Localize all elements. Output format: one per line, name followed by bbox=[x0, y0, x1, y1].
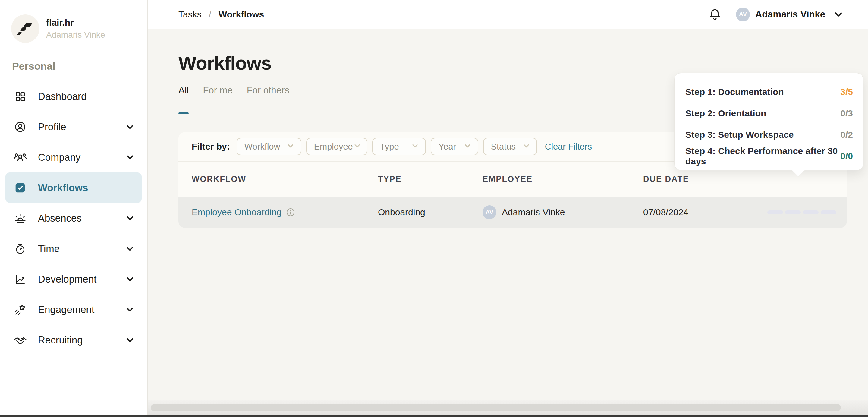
column-header-employee[interactable]: EMPLOYEE bbox=[483, 175, 643, 184]
step-progress-value: 0/3 bbox=[840, 108, 853, 119]
sidebar-section-personal: Personal bbox=[12, 60, 147, 72]
step-label: Step 3: Setup Workspace bbox=[685, 130, 794, 140]
sidebar-item-absences[interactable]: Absences bbox=[5, 203, 142, 233]
step-progress-value: 3/5 bbox=[840, 87, 853, 97]
chevron-down-icon bbox=[353, 142, 361, 151]
sidebar-item-label: Time bbox=[38, 243, 60, 255]
dropdown-value: Employee bbox=[314, 142, 353, 152]
sidebar: flair.hr Adamaris Vinke Personal Dashboa… bbox=[0, 0, 148, 417]
sidebar-item-label: Absences bbox=[38, 213, 82, 224]
chevron-down-icon bbox=[125, 335, 135, 345]
workflow-type: Onboarding bbox=[378, 207, 483, 217]
sidebar-item-label: Engagement bbox=[38, 304, 94, 316]
dropdown-value: Workflow bbox=[244, 142, 280, 152]
step-label: Step 4: Check Performance after 30 days bbox=[685, 146, 840, 167]
employee-filter-dropdown[interactable]: Employee bbox=[306, 138, 367, 155]
tooltip-step-row: Step 1: Documentation 3/5 bbox=[685, 81, 853, 102]
user-avatar[interactable]: AV bbox=[736, 7, 750, 22]
user-name: Adamaris Vinke bbox=[755, 9, 825, 20]
notifications-bell-icon[interactable] bbox=[708, 7, 722, 22]
column-header-type[interactable]: TYPE bbox=[378, 175, 483, 184]
shooting-star-icon bbox=[13, 303, 27, 317]
chevron-down-icon bbox=[463, 142, 472, 151]
progress-segment-4 bbox=[821, 210, 836, 214]
clear-filters-link[interactable]: Clear Filters bbox=[545, 142, 592, 152]
due-date: 07/08/2024 bbox=[643, 207, 767, 217]
flair-logo-glyph bbox=[17, 20, 34, 37]
step-progress-value: 0/0 bbox=[840, 151, 853, 161]
sidebar-item-dashboard[interactable]: Dashboard bbox=[5, 81, 142, 112]
page-title: Workflows bbox=[179, 54, 868, 73]
tab-for-others[interactable]: For others bbox=[247, 85, 289, 114]
status-filter-dropdown[interactable]: Status bbox=[483, 138, 537, 155]
column-header-due-date[interactable]: DUE DATE bbox=[643, 175, 767, 184]
main-area: Tasks / Workflows AV Adamaris Vinke Work… bbox=[148, 0, 868, 417]
workspace-title: flair.hr bbox=[46, 18, 105, 28]
chevron-down-icon bbox=[125, 304, 135, 315]
filter-by-label: Filter by: bbox=[192, 141, 230, 152]
tooltip-step-row: Step 3: Setup Workspace 0/2 bbox=[685, 124, 853, 145]
horizontal-scrollbar[interactable] bbox=[148, 400, 868, 416]
table-row[interactable]: Employee Onboarding Onboarding AV Adamar… bbox=[179, 197, 847, 228]
sunrise-icon bbox=[13, 211, 27, 225]
user-circle-icon bbox=[13, 120, 27, 134]
app-window: flair.hr Adamaris Vinke Personal Dashboa… bbox=[0, 0, 868, 417]
employee-avatar: AV bbox=[483, 205, 496, 219]
sidebar-item-label: Dashboard bbox=[38, 91, 87, 102]
tab-for-me[interactable]: For me bbox=[203, 85, 232, 114]
breadcrumb: Tasks / Workflows bbox=[179, 9, 264, 20]
workspace-meta: flair.hr Adamaris Vinke bbox=[46, 18, 105, 40]
sidebar-item-engagement[interactable]: Engagement bbox=[5, 294, 142, 325]
employee-name: Adamaris Vinke bbox=[502, 207, 565, 217]
chevron-down-icon bbox=[125, 152, 135, 162]
dropdown-value: Year bbox=[438, 142, 456, 152]
people-group-icon bbox=[13, 150, 27, 164]
info-icon[interactable] bbox=[286, 208, 295, 217]
tooltip-step-row: Step 4: Check Performance after 30 days … bbox=[685, 145, 853, 167]
sidebar-item-time[interactable]: Time bbox=[5, 233, 142, 264]
topbar: Tasks / Workflows AV Adamaris Vinke bbox=[148, 0, 868, 29]
step-label: Step 1: Documentation bbox=[685, 87, 784, 97]
column-header-workflow[interactable]: WORKFLOW bbox=[192, 175, 378, 184]
breadcrumb-separator: / bbox=[209, 9, 211, 20]
workflow-steps-tooltip: Step 1: Documentation 3/5 Step 2: Orient… bbox=[674, 73, 864, 170]
progress-bar[interactable] bbox=[767, 210, 847, 214]
sidebar-item-development[interactable]: Development bbox=[5, 264, 142, 294]
chevron-down-icon bbox=[411, 142, 419, 151]
progress-segment-2 bbox=[785, 210, 801, 214]
sidebar-item-company[interactable]: Company bbox=[5, 142, 142, 173]
chevron-down-icon bbox=[125, 274, 135, 284]
chevron-down-icon[interactable] bbox=[833, 9, 844, 20]
stopwatch-icon bbox=[13, 242, 27, 256]
progress-segment-3 bbox=[803, 210, 818, 214]
workspace-switcher[interactable]: flair.hr Adamaris Vinke bbox=[11, 14, 147, 43]
sidebar-item-label: Development bbox=[38, 273, 96, 285]
tooltip-step-row: Step 2: Orientation 0/3 bbox=[685, 102, 853, 124]
chart-line-icon bbox=[13, 272, 27, 286]
sidebar-item-label: Profile bbox=[38, 121, 66, 133]
sidebar-item-label: Recruiting bbox=[38, 334, 83, 346]
sidebar-item-profile[interactable]: Profile bbox=[5, 112, 142, 142]
window-bottom-edge bbox=[0, 416, 868, 417]
chevron-down-icon bbox=[286, 142, 295, 151]
sidebar-item-recruiting[interactable]: Recruiting bbox=[5, 325, 142, 355]
chevron-down-icon bbox=[125, 213, 135, 224]
chevron-down-icon bbox=[522, 142, 530, 151]
type-filter-dropdown[interactable]: Type bbox=[372, 138, 426, 155]
topbar-right: AV Adamaris Vinke bbox=[708, 7, 844, 22]
workflow-filter-dropdown[interactable]: Workflow bbox=[237, 138, 301, 155]
breadcrumb-tasks[interactable]: Tasks bbox=[179, 9, 202, 20]
tab-all[interactable]: All bbox=[179, 85, 189, 114]
year-filter-dropdown[interactable]: Year bbox=[431, 138, 478, 155]
checkbox-check-icon bbox=[13, 181, 27, 195]
scrollbar-thumb[interactable] bbox=[151, 404, 841, 411]
handshake-icon bbox=[13, 333, 27, 347]
sidebar-item-label: Workflows bbox=[38, 182, 88, 193]
sidebar-item-label: Company bbox=[38, 152, 81, 163]
chevron-down-icon bbox=[125, 122, 135, 132]
breadcrumb-workflows: Workflows bbox=[218, 9, 264, 20]
workspace-subtitle: Adamaris Vinke bbox=[46, 30, 105, 40]
workflow-link[interactable]: Employee Onboarding bbox=[192, 207, 282, 217]
sidebar-item-workflows[interactable]: Workflows bbox=[5, 173, 142, 203]
progress-segment-1 bbox=[767, 210, 783, 214]
